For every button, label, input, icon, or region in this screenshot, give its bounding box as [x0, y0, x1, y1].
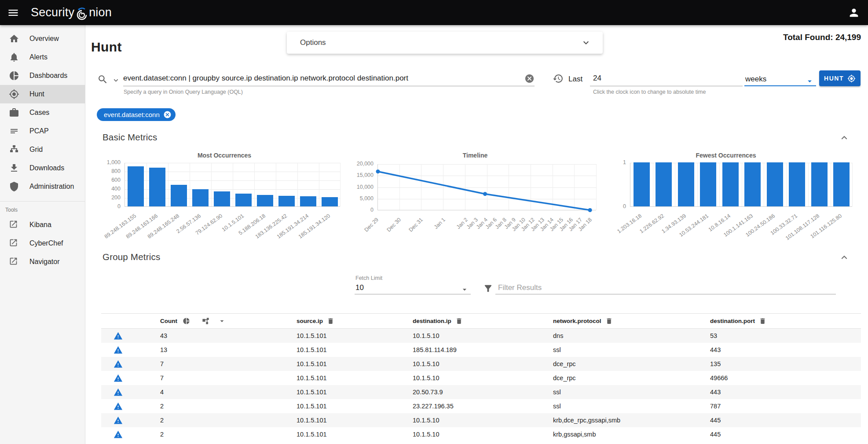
table-row[interactable]: 410.1.5.10120.50.73.9ssl443	[101, 385, 861, 399]
sidebar-item-cyberchef[interactable]: CyberChef	[0, 234, 85, 253]
destination-port-cell[interactable]: 787	[706, 403, 861, 410]
source-ip-cell[interactable]: 10.1.5.101	[292, 374, 408, 382]
network-protocol-cell[interactable]: krb,gssapi,smb	[549, 431, 706, 438]
destination-ip-cell[interactable]: 10.1.5.10	[408, 417, 549, 424]
count-cell[interactable]: 4	[156, 389, 292, 396]
hunt-button[interactable]: HUNT	[819, 70, 861, 86]
bar[interactable]	[700, 162, 716, 206]
count-cell[interactable]: 13	[156, 346, 292, 353]
source-ip-cell[interactable]: 10.1.5.101	[292, 403, 408, 410]
bar[interactable]	[833, 162, 850, 206]
query-dropdown-caret-icon[interactable]	[112, 76, 120, 84]
bar[interactable]	[214, 191, 230, 207]
bar[interactable]	[278, 196, 294, 206]
clear-query-icon[interactable]	[524, 73, 535, 84]
pie-chart-toggle-icon[interactable]	[183, 317, 190, 325]
person-icon[interactable]	[848, 7, 860, 19]
count-cell[interactable]: 43	[156, 332, 292, 339]
query-input[interactable]	[123, 74, 521, 83]
alert-triangle-icon[interactable]	[114, 402, 123, 411]
trash-icon[interactable]	[455, 317, 463, 325]
data-point[interactable]: Jan 3: 7,100	[483, 192, 487, 196]
bar[interactable]	[767, 162, 783, 206]
destination-port-cell[interactable]: 443	[706, 389, 861, 396]
alert-triangle-icon[interactable]	[114, 430, 123, 439]
bar[interactable]	[678, 162, 694, 206]
destination-port-header[interactable]: destination.port	[706, 317, 861, 325]
source-ip-cell[interactable]: 10.1.5.101	[292, 346, 408, 353]
history-clock-icon[interactable]	[553, 73, 564, 84]
basic-metrics-collapse-button[interactable]	[839, 132, 850, 143]
group-options-caret-icon[interactable]	[218, 317, 226, 325]
table-row[interactable]: 210.1.5.10123.227.196.35ssl787	[101, 399, 861, 413]
count-cell[interactable]: 7	[156, 374, 292, 382]
network-protocol-cell[interactable]: krb,dce_rpc,gssapi,smb	[549, 417, 706, 424]
trash-icon[interactable]	[327, 317, 334, 325]
destination-ip-cell[interactable]: 10.1.5.10	[408, 431, 549, 438]
bar[interactable]	[257, 195, 273, 207]
alert-triangle-icon[interactable]	[114, 345, 123, 355]
time-unit-caret-icon[interactable]	[805, 77, 814, 86]
sidebar-item-administration[interactable]: Administration	[0, 177, 85, 196]
bar[interactable]	[634, 162, 650, 206]
table-row[interactable]: 210.1.5.10110.1.5.10krb,dce_rpc,gssapi,s…	[101, 413, 861, 427]
sidebar-item-dashboards[interactable]: Dashboards	[0, 66, 85, 85]
count-header[interactable]: Count	[156, 317, 292, 325]
destination-port-cell[interactable]: 53	[706, 332, 861, 339]
source-ip-header[interactable]: source.ip	[292, 317, 408, 325]
bar[interactable]	[656, 162, 672, 206]
sidebar-item-grid[interactable]: Grid	[0, 140, 85, 159]
data-point[interactable]: Jan 18: 100	[588, 208, 592, 212]
network-protocol-cell[interactable]: dns	[549, 332, 706, 339]
bar[interactable]	[235, 194, 251, 207]
alert-triangle-icon[interactable]	[114, 374, 123, 383]
network-protocol-cell[interactable]: dce_rpc	[549, 374, 706, 382]
count-cell[interactable]: 2	[156, 431, 292, 438]
fetch-limit-caret-icon[interactable]	[460, 285, 469, 294]
alert-triangle-icon[interactable]	[114, 388, 123, 397]
graph-toggle-icon[interactable]	[201, 317, 210, 325]
destination-ip-cell[interactable]: 10.1.5.10	[408, 332, 549, 339]
data-point[interactable]: Dec 29: 16,800	[376, 169, 380, 173]
bar[interactable]	[192, 189, 208, 206]
destination-port-cell[interactable]: 445	[706, 417, 861, 424]
sidebar-item-kibana[interactable]: Kibana	[0, 216, 85, 234]
source-ip-cell[interactable]: 10.1.5.101	[292, 431, 408, 438]
table-row[interactable]: 210.1.5.10110.1.5.10krb,gssapi,smb445	[101, 427, 861, 441]
table-row[interactable]: 4310.1.5.10110.1.5.10dns53	[101, 329, 861, 343]
duration-input[interactable]	[593, 74, 734, 83]
table-row[interactable]: 1310.1.5.101185.81.114.189ssl443	[101, 343, 861, 357]
alert-triangle-icon[interactable]	[114, 331, 123, 341]
bar[interactable]	[322, 197, 337, 207]
group-metrics-collapse-button[interactable]	[839, 252, 850, 263]
sidebar-item-downloads[interactable]: Downloads	[0, 159, 85, 177]
bar[interactable]	[300, 196, 316, 206]
trash-icon[interactable]	[605, 317, 613, 325]
table-row[interactable]: 710.1.5.10110.1.5.10dce_rpc49666	[101, 371, 861, 385]
sidebar-item-pcap[interactable]: PCAP	[0, 122, 85, 140]
network-protocol-cell[interactable]: ssl	[549, 389, 706, 396]
destination-ip-cell[interactable]: 10.1.5.10	[408, 360, 549, 367]
sidebar-item-navigator[interactable]: Navigator	[0, 253, 85, 271]
destination-ip-cell[interactable]: 23.227.196.35	[408, 403, 549, 410]
alert-triangle-icon[interactable]	[114, 416, 123, 425]
remove-filter-icon[interactable]	[163, 110, 172, 119]
source-ip-cell[interactable]: 10.1.5.101	[292, 360, 408, 367]
destination-ip-cell[interactable]: 10.1.5.10	[408, 374, 549, 382]
bar[interactable]	[171, 185, 187, 206]
alert-triangle-icon[interactable]	[114, 360, 123, 369]
source-ip-cell[interactable]: 10.1.5.101	[292, 332, 408, 339]
fetch-limit-select[interactable]: 10	[355, 283, 364, 292]
network-protocol-cell[interactable]: dce_rpc	[549, 360, 706, 367]
sidebar-item-hunt[interactable]: Hunt	[0, 85, 85, 103]
bar[interactable]	[128, 166, 143, 207]
destination-port-cell[interactable]: 135	[706, 360, 861, 367]
destination-ip-cell[interactable]: 185.81.114.189	[408, 346, 549, 353]
table-row[interactable]: 710.1.5.10110.1.5.10dce_rpc135	[101, 357, 861, 371]
bar[interactable]	[149, 168, 165, 206]
network-protocol-header[interactable]: network.protocol	[549, 317, 706, 325]
sidebar-item-cases[interactable]: Cases	[0, 103, 85, 122]
count-cell[interactable]: 2	[156, 417, 292, 424]
filter-results-input[interactable]	[498, 283, 824, 292]
source-ip-cell[interactable]: 10.1.5.101	[292, 389, 408, 396]
